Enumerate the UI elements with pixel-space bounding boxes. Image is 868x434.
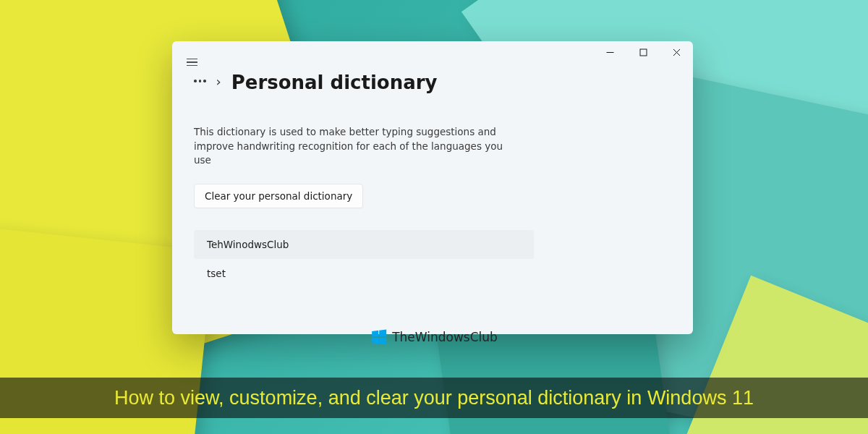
svg-marker-6	[372, 338, 378, 344]
chevron-right-icon: ›	[216, 74, 221, 92]
minimize-button[interactable]	[593, 41, 626, 63]
svg-rect-1	[640, 49, 647, 56]
breadcrumb: › Personal dictionary	[172, 67, 693, 93]
titlebar	[172, 41, 693, 67]
close-button[interactable]	[660, 41, 693, 63]
caption-text: How to view, customize, and clear your p…	[114, 387, 754, 409]
watermark-text: TheWindowsClub	[392, 330, 498, 344]
windows-logo-icon	[370, 328, 388, 346]
svg-marker-4	[372, 331, 378, 337]
svg-marker-7	[379, 338, 386, 345]
settings-window: › Personal dictionary This dictionary is…	[172, 41, 693, 334]
word-list: TehWinodwsClub tset	[194, 230, 534, 288]
page-title: Personal dictionary	[231, 72, 438, 93]
description-text: This dictionary is used to make better t…	[194, 125, 512, 168]
watermark: TheWindowsClub	[370, 328, 498, 346]
svg-marker-5	[379, 329, 386, 336]
maximize-button[interactable]	[626, 41, 660, 63]
window-controls	[593, 41, 693, 63]
breadcrumb-ellipsis-icon[interactable]	[194, 80, 206, 85]
list-item[interactable]: tset	[194, 259, 534, 288]
clear-dictionary-button[interactable]: Clear your personal dictionary	[194, 184, 363, 208]
caption-band: How to view, customize, and clear your p…	[0, 378, 868, 418]
hamburger-menu-icon[interactable]	[184, 56, 200, 69]
list-item[interactable]: TehWinodwsClub	[194, 230, 534, 259]
